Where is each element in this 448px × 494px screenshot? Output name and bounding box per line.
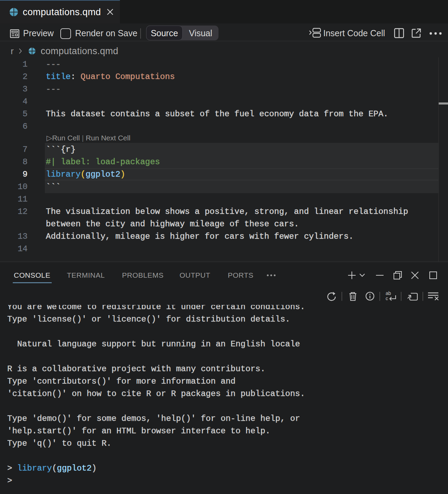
svg-text:ab: ab [386,290,391,296]
svg-text:c: c [386,296,388,301]
